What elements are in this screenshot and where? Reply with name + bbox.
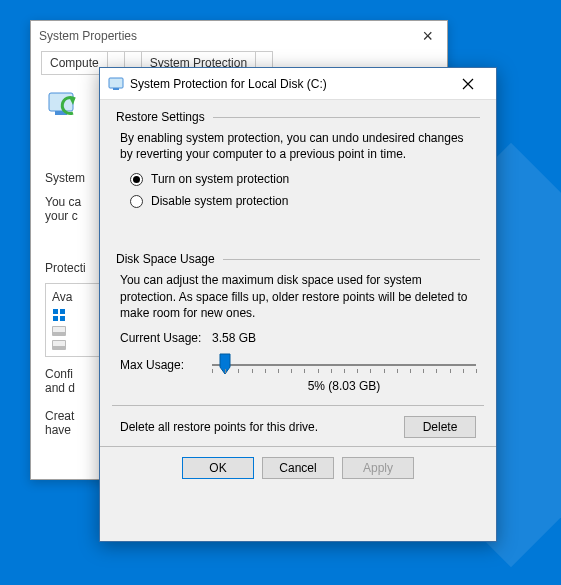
- cancel-button[interactable]: Cancel: [262, 457, 334, 479]
- back-titlebar[interactable]: System Properties ×: [31, 21, 447, 51]
- disk-usage-heading: Disk Space Usage: [116, 252, 480, 266]
- svg-rect-11: [113, 88, 119, 90]
- svg-rect-7: [53, 327, 65, 332]
- svg-rect-9: [53, 341, 65, 346]
- ok-button[interactable]: OK: [182, 457, 254, 479]
- tab[interactable]: Compute: [41, 51, 108, 74]
- dialog-title: System Protection for Local Disk (C:): [130, 77, 448, 91]
- delete-description: Delete all restore points for this drive…: [120, 420, 404, 434]
- dialog-body: Restore Settings By enabling system prot…: [100, 100, 496, 487]
- max-usage-label: Max Usage:: [120, 358, 212, 372]
- close-button[interactable]: [448, 68, 488, 100]
- dialog-icon: [108, 76, 124, 92]
- front-titlebar[interactable]: System Protection for Local Disk (C:): [100, 68, 496, 100]
- drive-icon: [52, 340, 66, 350]
- max-usage-slider[interactable]: [212, 355, 476, 375]
- svg-rect-3: [60, 309, 65, 314]
- max-usage-value: 5% (8.03 GB): [208, 379, 480, 393]
- radio-turn-on[interactable]: Turn on system protection: [130, 172, 476, 186]
- system-restore-icon: [45, 87, 85, 127]
- disk-description: You can adjust the maximum disk space us…: [120, 272, 476, 321]
- radio-icon: [130, 195, 143, 208]
- delete-button[interactable]: Delete: [404, 416, 476, 438]
- radio-label: Turn on system protection: [151, 172, 289, 186]
- radio-icon: [130, 173, 143, 186]
- apply-button: Apply: [342, 457, 414, 479]
- max-usage-row: Max Usage:: [120, 355, 476, 375]
- restore-settings-heading: Restore Settings: [116, 110, 480, 124]
- dialog-footer: OK Cancel Apply: [100, 446, 496, 479]
- close-icon: [462, 78, 474, 90]
- svg-rect-2: [53, 309, 58, 314]
- current-usage-value: 3.58 GB: [212, 331, 256, 345]
- radio-disable[interactable]: Disable system protection: [130, 194, 476, 208]
- system-protection-dialog: System Protection for Local Disk (C:) Re…: [99, 67, 497, 542]
- delete-row: Delete all restore points for this drive…: [120, 416, 476, 438]
- back-title: System Properties: [39, 29, 137, 43]
- window-icon: [52, 308, 66, 322]
- radio-label: Disable system protection: [151, 194, 288, 208]
- svg-rect-0: [49, 93, 73, 111]
- svg-rect-5: [60, 316, 65, 321]
- svg-rect-10: [109, 78, 123, 88]
- svg-rect-4: [53, 316, 58, 321]
- current-usage-label: Current Usage:: [120, 331, 212, 345]
- current-usage-row: Current Usage: 3.58 GB: [120, 331, 476, 345]
- drive-icon: [52, 326, 66, 336]
- close-icon[interactable]: ×: [416, 26, 439, 47]
- restore-description: By enabling system protection, you can u…: [120, 130, 476, 162]
